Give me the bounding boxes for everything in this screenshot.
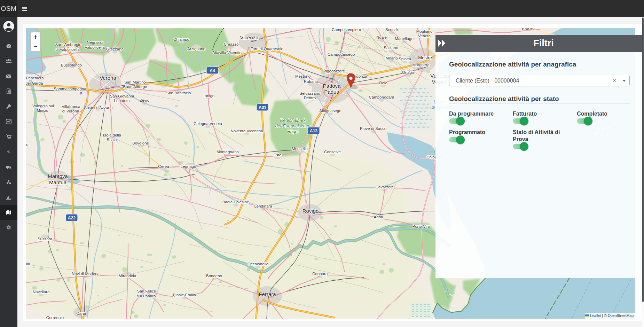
svg-text:Cerea: Cerea bbox=[158, 164, 169, 169]
svg-text:Mestrino: Mestrino bbox=[295, 74, 311, 78]
svg-text:Padua: Padua bbox=[324, 89, 339, 95]
svg-text:di Verona: di Verona bbox=[62, 109, 79, 113]
svg-text:Scorzè: Scorzè bbox=[385, 28, 398, 32]
svg-text:Eraclea: Eraclea bbox=[522, 28, 536, 31]
svg-text:Copparo: Copparo bbox=[312, 272, 328, 276]
svg-text:Castel d'Azzano: Castel d'Azzano bbox=[84, 106, 113, 110]
svg-text:Scala: Scala bbox=[107, 138, 117, 142]
svg-text:Arzignano: Arzignano bbox=[187, 47, 205, 51]
svg-text:Adria: Adria bbox=[374, 215, 383, 219]
svg-text:Mantua: Mantua bbox=[49, 179, 67, 185]
svg-text:Creazzo: Creazzo bbox=[224, 42, 239, 46]
svg-text:Sommacampagna: Sommacampagna bbox=[54, 87, 86, 91]
svg-text:der Euganeischen: der Euganeischen bbox=[275, 124, 311, 129]
svg-text:Badia Polesine: Badia Polesine bbox=[222, 200, 249, 204]
svg-text:A13: A13 bbox=[310, 129, 317, 133]
svg-text:Guastalla: Guastalla bbox=[26, 262, 30, 266]
svg-text:Valpolicella: Valpolicella bbox=[85, 45, 105, 49]
svg-text:Mogliano: Mogliano bbox=[416, 29, 433, 33]
svg-text:Villafranca: Villafranca bbox=[62, 104, 80, 109]
svg-text:Mirano: Mirano bbox=[385, 56, 398, 60]
svg-text:San Felice: San Felice bbox=[137, 289, 156, 293]
svg-text:Camponogara: Camponogara bbox=[369, 95, 394, 99]
svg-text:Este: Este bbox=[273, 153, 281, 157]
svg-text:Albignasego: Albignasego bbox=[319, 109, 341, 113]
svg-text:San Martino: San Martino bbox=[124, 80, 146, 84]
svg-text:Bondeno: Bondeno bbox=[206, 274, 222, 278]
svg-text:Lonigo: Lonigo bbox=[203, 94, 215, 98]
svg-text:di Valpolicella: di Valpolicella bbox=[55, 47, 80, 52]
svg-text:Cavarzere: Cavarzere bbox=[375, 185, 394, 189]
svg-text:Lendinara: Lendinara bbox=[254, 204, 272, 208]
svg-text:Lupatoto: Lupatoto bbox=[114, 99, 130, 103]
svg-text:Regionalpark: Regionalpark bbox=[280, 118, 306, 123]
svg-text:Vigodarzere: Vigodarzere bbox=[323, 69, 345, 73]
svg-text:sul Panaro: sul Panaro bbox=[137, 294, 156, 298]
svg-text:Noventa Vicentina: Noventa Vicentina bbox=[230, 129, 263, 133]
svg-text:Negrar di: Negrar di bbox=[87, 40, 103, 45]
svg-text:Novellara: Novellara bbox=[33, 290, 50, 294]
svg-text:Porto Viro: Porto Viro bbox=[413, 224, 430, 228]
svg-text:Altavilla Vicentina: Altavilla Vicentina bbox=[212, 50, 244, 55]
svg-text:Zevio: Zevio bbox=[140, 98, 149, 102]
svg-text:San Giovanni: San Giovanni bbox=[110, 94, 134, 98]
svg-text:Rovigo: Rovigo bbox=[303, 208, 319, 214]
svg-text:Dolo: Dolo bbox=[379, 81, 387, 85]
svg-text:Rubano: Rubano bbox=[304, 79, 318, 84]
svg-text:Legnago: Legnago bbox=[181, 164, 196, 169]
svg-text:Mirandola: Mirandola bbox=[119, 274, 136, 278]
svg-text:Mantova: Mantova bbox=[48, 173, 68, 179]
svg-text:Goito: Goito bbox=[26, 142, 29, 147]
svg-text:Monselice: Monselice bbox=[292, 147, 310, 151]
svg-text:Montagnana: Montagnana bbox=[217, 150, 239, 154]
svg-text:Cologna Veneta: Cologna Veneta bbox=[194, 122, 222, 126]
svg-text:Noale: Noale bbox=[376, 35, 387, 39]
svg-text:San Bonifacio: San Bonifacio bbox=[166, 91, 191, 95]
svg-text:Selvazzano: Selvazzano bbox=[299, 91, 320, 95]
svg-text:Novi di Modena: Novi di Modena bbox=[72, 272, 100, 276]
svg-text:Campodarsego: Campodarsego bbox=[328, 52, 355, 56]
svg-text:Salzano: Salzano bbox=[384, 46, 398, 50]
svg-text:Finale Emilia: Finale Emilia bbox=[173, 293, 196, 297]
svg-text:Oriago: Oriago bbox=[402, 70, 414, 75]
svg-text:Dentro: Dentro bbox=[304, 96, 316, 100]
svg-text:Occhiobello: Occhiobello bbox=[248, 262, 268, 266]
svg-text:Carpi: Carpi bbox=[76, 311, 86, 316]
svg-text:Valeggio sul: Valeggio sul bbox=[32, 104, 54, 108]
svg-text:Mestre: Mestre bbox=[418, 55, 432, 60]
svg-text:Sant'Ambrogio: Sant'Ambrogio bbox=[55, 42, 81, 47]
svg-text:Grezzana: Grezzana bbox=[106, 47, 124, 51]
svg-text:Camposampiero: Camposampiero bbox=[332, 28, 361, 32]
svg-text:Correggio: Correggio bbox=[46, 316, 64, 319]
svg-text:A4: A4 bbox=[210, 68, 215, 73]
svg-text:Chiampo: Chiampo bbox=[173, 37, 189, 41]
svg-text:A31: A31 bbox=[259, 105, 266, 110]
svg-text:A22: A22 bbox=[68, 216, 76, 220]
svg-text:Marghera: Marghera bbox=[412, 63, 430, 67]
svg-text:Padova: Padova bbox=[323, 83, 341, 89]
svg-text:Verona: Verona bbox=[100, 75, 116, 81]
svg-text:Torri di Quartesolo: Torri di Quartesolo bbox=[251, 47, 283, 51]
svg-text:Veneto: Veneto bbox=[418, 34, 431, 38]
svg-text:del Garda: del Garda bbox=[26, 81, 43, 85]
svg-text:Bussolengo: Bussolengo bbox=[61, 63, 82, 67]
svg-text:Conselve: Conselve bbox=[324, 150, 341, 154]
svg-text:Buon Albergo: Buon Albergo bbox=[123, 85, 147, 89]
svg-text:Vicenza: Vicenza bbox=[240, 34, 259, 40]
svg-text:Peschiera: Peschiera bbox=[26, 76, 44, 80]
svg-text:Suzzara: Suzzara bbox=[38, 237, 53, 241]
svg-text:Mincio: Mincio bbox=[37, 108, 48, 112]
svg-text:Isola della: Isola della bbox=[103, 133, 121, 137]
svg-text:Piove di Sacco: Piove di Sacco bbox=[360, 126, 386, 131]
svg-text:Bovolone: Bovolone bbox=[132, 141, 149, 145]
svg-text:Ferrara: Ferrara bbox=[259, 291, 276, 297]
svg-text:Hügel: Hügel bbox=[287, 129, 299, 134]
svg-text:Martellago: Martellago bbox=[395, 37, 414, 41]
svg-text:Spinea: Spinea bbox=[399, 57, 411, 61]
